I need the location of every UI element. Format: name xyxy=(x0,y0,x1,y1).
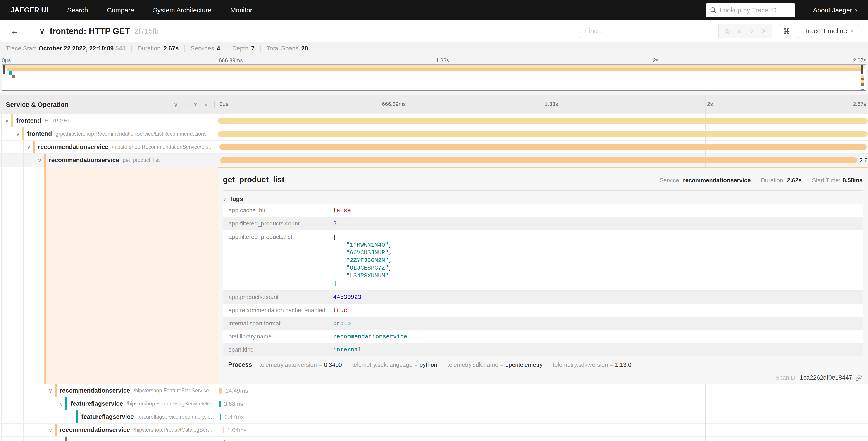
span-id-value: 1ca2262df0e18447 xyxy=(800,374,852,381)
minimap-tick: 666.89ms xyxy=(219,57,243,64)
indent-guide xyxy=(1,167,2,384)
collapse-trace-chevron[interactable]: ∨ xyxy=(39,27,44,35)
tag-row: app.recommendation.cache_enabled true xyxy=(223,303,863,317)
indent-guide xyxy=(1,410,2,423)
indent-guide xyxy=(12,154,12,167)
span-duration-label: 1.04ms xyxy=(227,427,246,434)
span-duration-label: 14.49ms xyxy=(225,387,248,394)
ruler-tick: 1.33s xyxy=(545,101,558,107)
minimap-span-featureflag xyxy=(9,71,12,75)
span-bar[interactable] xyxy=(219,401,221,407)
clear-find-icon[interactable]: ✕ xyxy=(757,28,770,35)
collapse-span-chevron[interactable]: ∨ xyxy=(47,427,54,433)
minimap-canvas[interactable] xyxy=(2,64,866,91)
tag-value: false xyxy=(333,207,351,214)
span-operation: featureflagservice.repo.query:fe… xyxy=(137,414,216,420)
span-row[interactable]: ∨ recommendationservice /hipstershop.Rec… xyxy=(0,141,868,154)
tag-key: app.recommendation.cache_enabled xyxy=(223,307,333,314)
span-track[interactable]: 1.04ms xyxy=(218,423,868,437)
minimap-right-scrubber[interactable] xyxy=(861,64,863,74)
find-input[interactable] xyxy=(580,24,718,38)
collapse-span-chevron[interactable]: ∨ xyxy=(25,144,32,150)
span-operation: grpc.hipstershop.RecommendationService/L… xyxy=(56,131,206,137)
collapse-span-chevron[interactable]: ∨ xyxy=(36,157,43,164)
back-button[interactable]: ← xyxy=(0,20,29,42)
process-section-toggle[interactable]: › Process: telemetry.auto.version=0.34b0… xyxy=(223,361,863,368)
span-track[interactable]: 3.68ms xyxy=(218,397,868,410)
indent-guide xyxy=(23,437,24,441)
minimap-left-scrubber[interactable] xyxy=(3,64,5,74)
indent-guide xyxy=(23,141,24,153)
span-id-footer: SpanID: 1ca2262df0e18447 xyxy=(775,374,862,381)
span-row[interactable]: ∨ frontend grpc.hipstershop.Recommendati… xyxy=(0,127,868,141)
span-track[interactable]: 3.47ms xyxy=(218,410,868,423)
span-row[interactable]: ∨ featureflagservice /hipstershop.Featur… xyxy=(0,397,868,410)
span-row[interactable]: ∨ recommendationservice /hipstershop.Fea… xyxy=(0,384,868,397)
nav-item-monitor[interactable]: Monitor xyxy=(230,6,252,14)
about-jaeger-menu[interactable]: About Jaeger ∨ xyxy=(813,6,858,14)
trace-id-lookup-input[interactable] xyxy=(720,6,791,14)
arrow-left-icon: ← xyxy=(10,26,19,36)
span-row-selected[interactable]: ∨ recommendationservice get_product_list… xyxy=(0,154,868,167)
ruler-tick: 2s xyxy=(707,101,713,107)
trace-view-selector[interactable]: Trace Timeline ∨ xyxy=(798,24,859,38)
list-item: "LS4PSXUNUM" xyxy=(346,272,389,279)
span-row[interactable]: ∨ recommendationservice /hipstershop.Pro… xyxy=(0,423,868,437)
span-row-partial[interactable] xyxy=(0,437,868,441)
tags-section-title: Tags xyxy=(229,196,243,203)
copy-link-icon[interactable] xyxy=(855,375,862,381)
trace-header-bar: ← ∨ frontend: HTTP GET 2f715fb ◎ ∧ ∨ ✕ ⌘… xyxy=(0,20,868,42)
span-bar[interactable] xyxy=(220,414,221,420)
process-item: telemetry.sdk.name=opentelemetry xyxy=(442,361,542,368)
span-track[interactable] xyxy=(218,141,868,153)
span-detail-row: get_product_list Service:recommendations… xyxy=(0,167,868,384)
list-bracket-open: [ xyxy=(333,233,392,241)
indent-guide xyxy=(34,167,34,384)
column-resize-handle[interactable] xyxy=(213,101,215,108)
expand-all-icon[interactable]: » xyxy=(192,103,199,107)
indent-guide xyxy=(1,114,2,127)
span-bar[interactable] xyxy=(218,118,868,124)
meta-label: Trace Start xyxy=(6,45,36,52)
span-duration-label: 3.47ms xyxy=(224,414,244,421)
nav-item-search[interactable]: Search xyxy=(67,6,88,14)
tag-value: recommendationservice xyxy=(333,333,407,340)
span-operation: HTTP GET xyxy=(44,118,70,124)
focus-match-icon[interactable]: ◎ xyxy=(721,28,733,35)
span-bar[interactable] xyxy=(219,388,222,394)
span-row[interactable]: featureflagservice featureflagservice.re… xyxy=(0,410,868,423)
service-color-stripe xyxy=(11,114,13,127)
meta-depth: Depth 7 xyxy=(226,45,254,52)
nav-item-compare[interactable]: Compare xyxy=(107,6,134,14)
indent-guide xyxy=(34,384,34,397)
collapse-span-chevron[interactable]: ∨ xyxy=(4,118,10,124)
span-track[interactable] xyxy=(218,437,868,441)
service-color-stripe xyxy=(22,127,24,140)
span-row[interactable]: ∨ frontend HTTP GET xyxy=(0,114,868,127)
collapse-span-chevron[interactable]: ∨ xyxy=(58,401,65,407)
span-bar[interactable] xyxy=(218,131,868,137)
process-value: 1.13.0 xyxy=(615,361,631,368)
span-track[interactable]: 14.49ms xyxy=(218,384,868,397)
app-logo[interactable]: JAEGER UI xyxy=(10,6,48,14)
tags-section-toggle[interactable]: ∨ Tags xyxy=(223,194,863,204)
keyboard-shortcuts-button[interactable]: ⌘ xyxy=(779,24,795,38)
span-track[interactable]: 2.62s xyxy=(218,154,868,167)
next-match-icon[interactable]: ∨ xyxy=(745,28,757,35)
collapse-span-chevron[interactable]: ∨ xyxy=(14,131,21,137)
span-track[interactable] xyxy=(218,127,868,140)
tag-row: app.cache_hit false xyxy=(223,204,863,217)
span-bar[interactable] xyxy=(220,157,857,163)
prev-match-icon[interactable]: ∧ xyxy=(733,28,745,35)
find-group: ◎ ∧ ∨ ✕ xyxy=(580,24,772,38)
expand-one-icon[interactable]: › xyxy=(185,101,187,108)
nav-item-system-architecture[interactable]: System Architecture xyxy=(153,6,211,14)
span-bar[interactable] xyxy=(223,427,224,433)
collapse-span-chevron[interactable]: ∨ xyxy=(47,388,54,394)
span-bar[interactable] xyxy=(219,144,867,150)
collapse-all-icon[interactable]: » xyxy=(204,101,208,108)
command-icon: ⌘ xyxy=(783,27,790,35)
collapse-one-icon[interactable]: ∨ xyxy=(174,101,178,109)
span-track[interactable] xyxy=(218,114,868,127)
minimap-tick: 1.33s xyxy=(436,57,449,64)
